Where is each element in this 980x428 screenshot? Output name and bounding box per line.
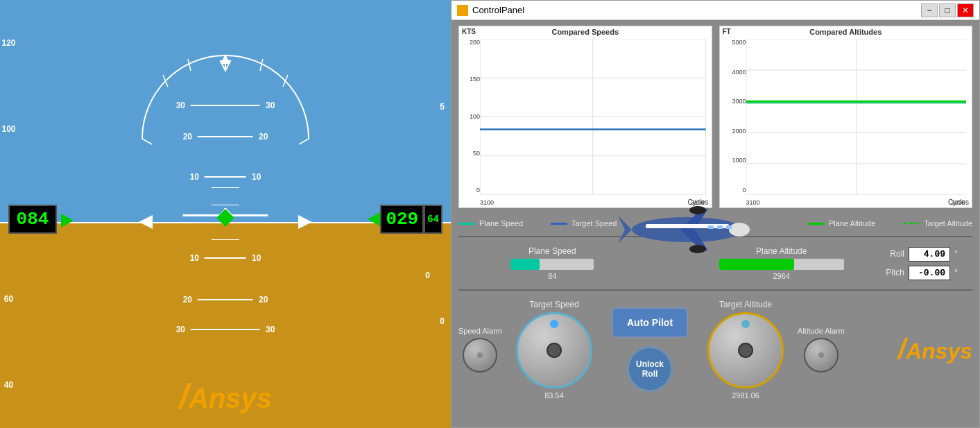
svg-line-4 [299, 139, 309, 144]
speed-alarm-knob[interactable] [463, 338, 497, 373]
speed-chart-svg [480, 39, 706, 195]
legend-plane-altitude-line [808, 223, 825, 225]
center-controls: Auto Pilot Unlock Roll [612, 307, 688, 392]
speed-gauge-bar-bg [510, 259, 594, 270]
altitude-y-label: FT [723, 28, 731, 35]
altitude-alarm-group: Altitude Alarm [798, 327, 845, 373]
target-altitude-label: Target Altitude [719, 300, 772, 309]
legend-plane-speed: Plane Speed [458, 219, 523, 228]
altitude-display: 029 64 [368, 205, 442, 234]
roll-pitch-area: Roll 4.09 ° Pitch -0.00 ° [882, 247, 965, 280]
control-panel: ControlPanel − □ ✕ Compared Speeds KTS C… [451, 0, 980, 428]
altitude-chart-title: Compared Altitudes [809, 28, 882, 36]
svg-rect-38 [646, 224, 729, 228]
target-altitude-group: Target Altitude 2981.06 [707, 300, 784, 400]
minimize-button[interactable]: − [921, 3, 938, 17]
target-speed-knob[interactable] [516, 312, 592, 388]
svg-point-36 [689, 206, 706, 214]
roll-label: Roll [882, 249, 904, 259]
altitude-alarm-label: Altitude Alarm [798, 327, 845, 335]
speed-alarm-label: Speed Alarm [458, 327, 502, 335]
flight-instrument: 120 100 60 40 5 0 30 30 20 20 10 10 1 [0, 0, 451, 428]
target-altitude-knob[interactable] [707, 312, 784, 388]
svg-rect-39 [708, 225, 714, 229]
svg-point-37 [689, 245, 706, 253]
pitch-unit: ° [954, 268, 958, 277]
title-bar: ControlPanel − □ ✕ [452, 1, 979, 20]
horizon-left-triangle [139, 215, 153, 229]
ansys-logo-right: / Ansys [898, 335, 972, 364]
pitch-value: -0.00 [909, 266, 950, 280]
svg-line-3 [142, 139, 152, 144]
maximize-button[interactable]: □ [939, 3, 956, 17]
speed-y-label: KTS [462, 28, 476, 35]
speed-gauge-bar-fill [510, 259, 540, 270]
speed-alarm-knob-dot [477, 352, 483, 358]
altitude-chart-svg [746, 39, 967, 195]
window-title: ControlPanel [472, 5, 524, 15]
legend-target-altitude-line [903, 223, 920, 225]
target-speed-knob-dot [550, 320, 558, 328]
target-speed-label: Target Speed [529, 300, 578, 309]
target-speed-value: 83.54 [544, 391, 564, 400]
altitude-alarm-knob[interactable] [804, 338, 839, 373]
roll-row: Roll 4.09 ° [882, 247, 965, 262]
altitude-arrow [368, 212, 380, 226]
legend-target-speed: Target Speed [551, 219, 617, 228]
speed-arrow [61, 214, 74, 228]
legend-plane-speed-line [458, 223, 475, 225]
pitch-label: Pitch [882, 268, 904, 277]
svg-marker-32 [618, 216, 632, 230]
legend-plane-altitude: Plane Altitude [808, 219, 875, 228]
speed-alarm-group: Speed Alarm [458, 327, 502, 373]
autopilot-button[interactable]: Auto Pilot [612, 307, 688, 338]
window-controls[interactable]: − □ ✕ [921, 3, 974, 17]
pitch-row: Pitch -0.00 ° [882, 266, 965, 280]
airplane-image [611, 195, 750, 278]
target-altitude-knob-inner [738, 343, 753, 358]
speed-chart: Compared Speeds KTS Cycles 200 150 100 5… [458, 26, 712, 208]
svg-line-1 [163, 75, 168, 87]
speed-display: 084 [8, 205, 57, 234]
svg-rect-40 [717, 225, 723, 229]
target-altitude-value: 2981.06 [732, 391, 759, 400]
legend-target-speed-line [551, 223, 567, 225]
altitude-alarm-knob-dot [818, 352, 824, 358]
roll-unit: ° [954, 249, 958, 259]
svg-line-2 [283, 75, 288, 87]
target-speed-group: Target Speed 83.54 [516, 300, 592, 400]
target-altitude-knob-dot [741, 320, 750, 328]
app-icon [457, 5, 468, 16]
bank-indicator [121, 42, 329, 153]
unlock-roll-button[interactable]: Unlock Roll [627, 346, 673, 392]
horizon-right-triangle [298, 215, 312, 229]
bottom-section: Speed Alarm Target Speed 83.54 Auto Pilo… [452, 291, 979, 409]
svg-point-31 [729, 223, 750, 237]
roll-value: 4.09 [909, 247, 950, 262]
svg-rect-41 [726, 225, 732, 229]
ansys-logo-left: / Ansys [179, 379, 272, 414]
legend-target-altitude: Target Altitude [903, 219, 972, 228]
altitude-chart: Compared Altitudes FT Cycles 5000 4000 3… [719, 26, 973, 208]
speed-chart-title: Compared Speeds [551, 28, 619, 36]
charts-area: Compared Speeds KTS Cycles 200 150 100 5… [452, 20, 979, 211]
target-speed-knob-inner [547, 343, 562, 358]
close-button[interactable]: ✕ [957, 3, 974, 17]
svg-marker-33 [618, 230, 632, 243]
